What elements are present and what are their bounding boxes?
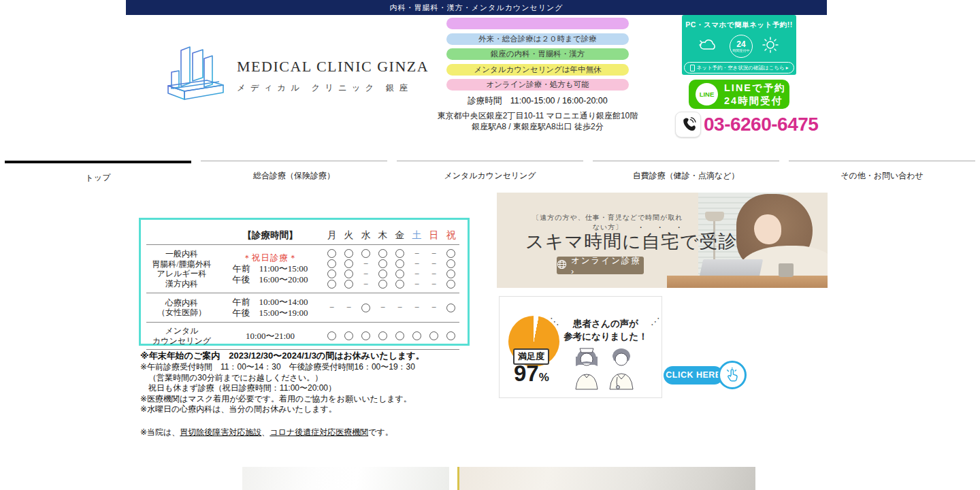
link-gastrectomy-support[interactable]: 胃切除後障害対応施設: [180, 427, 261, 437]
day-header: 水: [357, 229, 374, 242]
closed-mark: −: [408, 269, 425, 280]
tab-top[interactable]: トップ: [0, 161, 196, 184]
department-label: （女性医師）: [146, 308, 217, 318]
marks-rows: [323, 326, 459, 346]
closed-mark: −: [357, 279, 374, 290]
globe-icon: [557, 259, 567, 272]
open-mark: [323, 280, 340, 289]
open-mark: [442, 280, 459, 289]
open-mark: [425, 331, 442, 340]
info-pill-list: 外来・総合診療は２０時まで診療銀座の内科・胃腸科・漢方メンタルカウンセリングは年…: [446, 18, 629, 95]
day-header: 火: [340, 229, 357, 242]
phone-bar[interactable]: 03-6260-6475: [675, 112, 818, 137]
tab-private-care[interactable]: 自費診療（健診・点滴など）: [588, 161, 784, 184]
smartphone-icon: [690, 65, 695, 71]
clinic-logo[interactable]: MEDICAL CLINIC GINZA メディカル クリニック 銀座: [165, 42, 429, 109]
clinic-hours: 診療時間 11:00-15:00 / 16:00-20:00: [446, 95, 629, 107]
marks-row: −−−−−−: [323, 303, 459, 313]
topbar-text: 内科・胃腸科・漢方・メンタルカウンセリング: [390, 3, 564, 13]
open-mark: [391, 259, 408, 268]
time-text: 午前 11:00〜15:00: [217, 263, 323, 274]
closed-mark: −: [425, 259, 442, 270]
time-column: 午前 10:00〜14:00午後 15:00〜19:00: [217, 297, 323, 318]
line-reservation-button[interactable]: LINE LINEで予約 24時間受付: [689, 80, 789, 109]
open-mark: [340, 270, 357, 278]
banner-title: スキマ時間に自宅で受診: [525, 229, 737, 254]
department-label: カウンセリング: [146, 336, 217, 346]
satisfaction-value: 97%: [514, 361, 549, 387]
timetable-title: 【診療時間】: [217, 229, 323, 242]
time-text: 午後 16:00〜20:00: [217, 274, 323, 285]
open-mark: [323, 259, 340, 268]
notice-list: ※年末年始のご案内 2023/12/30〜2024/1/3の間はお休みいたします…: [140, 350, 487, 415]
clinic-photo-left: [242, 467, 449, 490]
open-mark: [357, 304, 374, 312]
online-consultation-button[interactable]: オンライン診療 ›: [557, 257, 644, 274]
open-mark: [391, 270, 408, 278]
tab-label: メンタルカウンセリング: [392, 161, 588, 182]
timetable-group: 心療内科（女性医師）午前 10:00〜14:00午後 15:00〜19:00−−…: [146, 293, 459, 322]
day-header: 月: [323, 229, 340, 242]
closed-mark: −: [340, 302, 357, 313]
tab-label: その他・お問い合わせ: [784, 161, 980, 182]
patient-voice-card[interactable]: 満足度 97% ⋱ ⋰ 患者さんの声が 参考になりました！: [499, 296, 662, 398]
closed-mark: −: [425, 279, 442, 290]
closed-mark: −: [357, 269, 374, 280]
open-mark: [374, 331, 391, 340]
net-reservation-button[interactable]: ネット予約・空き状況の確認はこちら ▸: [684, 62, 795, 74]
page: 内科・胃腸科・漢方・メンタルカウンセリング: [0, 0, 980, 490]
timetable-group: 一般内科胃腸科/腫瘍外科アレルギー科漢方内科＊祝日診療＊午前 11:00〜15:…: [146, 244, 459, 293]
department-labels: 心療内科（女性医師）: [146, 297, 217, 318]
open-mark: [374, 270, 391, 278]
open-mark: [323, 270, 340, 278]
tab-mental-counseling[interactable]: メンタルカウンセリング: [392, 161, 588, 184]
link-covid-aftercare[interactable]: コロナ後遺症対応医療機関: [270, 427, 368, 437]
time-text: 午後 15:00〜19:00: [217, 308, 323, 318]
phone-number[interactable]: 03-6260-6475: [704, 114, 818, 135]
info-pill: メンタルカウンセリングは年中無休: [446, 64, 629, 76]
open-mark: [408, 331, 425, 340]
time-column: ＊祝日診療＊午前 11:00〜15:00午後 16:00〜20:00: [217, 248, 323, 289]
notice-line: ※午前診療受付時間 11：00〜14：30 午後診療受付時間16：00〜19：3…: [140, 362, 487, 373]
click-here-button[interactable]: CLICK HERE: [664, 361, 747, 389]
marks-rows: −−−−−−−−−−−: [323, 248, 459, 289]
tab-contact[interactable]: その他・お問い合わせ: [784, 161, 980, 184]
notice-line: ※医療機関はマスク着用が必要です。着用のご協力をお願いいたします。: [140, 394, 487, 405]
notice-line: ※水曜日の心療内科は、当分の間お休みいたします。: [140, 404, 487, 415]
open-mark: [374, 280, 391, 289]
open-mark: [323, 331, 340, 340]
day-header: 日: [425, 229, 442, 242]
open-mark: [374, 249, 391, 258]
open-mark: [442, 331, 459, 340]
open-mark: [442, 270, 459, 278]
topbar: 内科・胃腸科・漢方・メンタルカウンセリング: [126, 0, 827, 15]
info-pill: オンライン診療・処方も可能: [446, 79, 629, 91]
marks-row: −−−: [323, 269, 459, 279]
closed-mark: −: [425, 248, 442, 259]
closed-mark: −: [408, 279, 425, 290]
department-label: 心療内科: [146, 298, 217, 308]
day-header: 祝: [442, 229, 459, 242]
department-labels: 一般内科胃腸科/腫瘍外科アレルギー科漢方内科: [146, 248, 217, 289]
closed-mark: −: [374, 302, 391, 313]
holiday-note: ＊祝日診療＊: [217, 252, 323, 263]
tab-label: 総合診療（保険診療）: [196, 161, 392, 182]
department-label: 胃腸科/腫瘍外科: [146, 259, 217, 270]
marks-row: −−: [323, 248, 459, 259]
online-consultation-banner[interactable]: 〔遠方の方や、仕事・育児などで時間が取れない方〕 ・・・ スキマ時間に自宅で受診…: [497, 193, 828, 288]
hand-cursor-icon: [718, 361, 747, 389]
closed-mark: −: [425, 302, 442, 313]
closed-mark: −: [408, 259, 425, 270]
open-mark: [340, 280, 357, 289]
timetable-card: 【診療時間】 月火水木金土日祝 一般内科胃腸科/腫瘍外科アレルギー科漢方内科＊祝…: [139, 218, 470, 346]
closed-mark: −: [323, 302, 340, 313]
open-mark: [391, 331, 408, 340]
tab-general[interactable]: 総合診療（保険診療）: [196, 161, 392, 184]
open-mark: [442, 259, 459, 268]
cloud-icon: [699, 37, 721, 56]
day-header-row: 月火水木金土日祝: [323, 229, 459, 242]
closed-mark: −: [357, 259, 374, 270]
line-icon: LINE: [696, 83, 718, 105]
tab-label: 自費診療（健診・点滴など）: [588, 161, 784, 182]
department-labels: メンタルカウンセリング: [146, 326, 217, 346]
